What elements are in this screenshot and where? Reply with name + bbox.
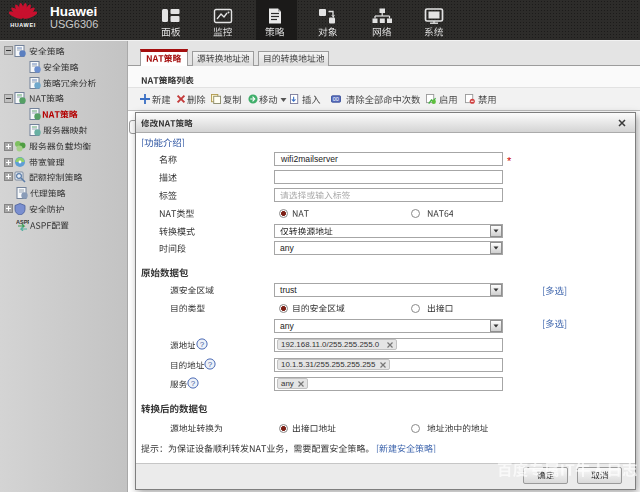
svg-text:00: 00: [333, 96, 339, 102]
svg-text:?: ?: [208, 360, 213, 369]
svg-text:?: ?: [200, 340, 205, 349]
svg-text:?: ?: [191, 379, 196, 388]
